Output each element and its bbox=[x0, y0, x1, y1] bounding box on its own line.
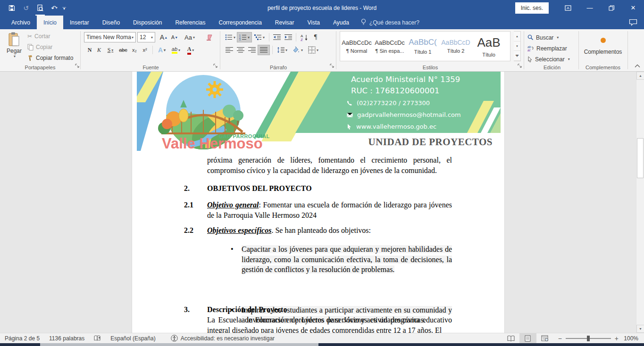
select-dropdown-icon[interactable]: ▾ bbox=[568, 57, 570, 61]
tell-me-box[interactable]: ¿Qué desea hacer? bbox=[356, 16, 424, 29]
style-heading1[interactable]: AaBbC( Título 1 bbox=[406, 32, 439, 61]
comments-icon[interactable] bbox=[629, 19, 637, 27]
read-mode-button[interactable] bbox=[502, 333, 519, 344]
paragraph-dialog-launcher-icon[interactable] bbox=[330, 63, 334, 69]
format-painter-button[interactable]: Copiar formato bbox=[27, 55, 73, 61]
undo-icon[interactable]: ↶▾ bbox=[48, 2, 60, 14]
document-page[interactable]: GAD PARROQUIAL Valle Hermoso Acuerdo Min… bbox=[132, 72, 505, 333]
text-effects-dropdown-icon[interactable]: ▾ bbox=[164, 48, 166, 52]
print-preview-icon[interactable] bbox=[34, 2, 46, 14]
zoom-slider[interactable] bbox=[566, 338, 611, 339]
bold-button[interactable]: N bbox=[85, 45, 94, 55]
multilevel-list-button[interactable]: ▾ bbox=[252, 32, 267, 42]
addins-button[interactable]: Complementos bbox=[580, 29, 626, 63]
highlight-dropdown-icon[interactable]: ▾ bbox=[178, 48, 180, 52]
tab-referencias[interactable]: Referencias bbox=[168, 16, 212, 29]
font-color-button[interactable]: A▾ bbox=[184, 45, 198, 55]
font-color-dropdown-icon[interactable]: ▾ bbox=[192, 48, 194, 52]
clear-format-button[interactable] bbox=[203, 32, 216, 42]
underline-dropdown-icon[interactable]: ▾ bbox=[111, 48, 113, 52]
align-center-button[interactable] bbox=[235, 45, 246, 55]
select-button[interactable]: Seleccionar ▾ bbox=[527, 54, 570, 64]
collapse-ribbon-icon[interactable] bbox=[635, 63, 640, 69]
proofing-status[interactable] bbox=[89, 335, 106, 341]
superscript-button[interactable]: x² bbox=[140, 45, 150, 55]
zoom-slider-thumb[interactable] bbox=[587, 336, 590, 341]
paste-button[interactable]: Pegar ▾ bbox=[4, 32, 25, 63]
styles-scroll-up-icon[interactable]: ▲ bbox=[514, 32, 520, 41]
scroll-down-icon[interactable]: ▼ bbox=[636, 325, 644, 333]
page-indicator[interactable]: Página 2 de 5 bbox=[0, 335, 44, 342]
tab-correspondencia[interactable]: Correspondencia bbox=[212, 16, 268, 29]
zoom-in-icon[interactable]: + bbox=[615, 335, 619, 342]
tab-diseno[interactable]: Diseño bbox=[96, 16, 126, 29]
paste-dropdown-icon[interactable]: ▾ bbox=[14, 54, 16, 58]
style-normal[interactable]: AaBbCcDc ¶ Normal bbox=[340, 32, 373, 61]
language-status[interactable]: Español (España) bbox=[106, 335, 160, 342]
font-family-combo[interactable]: Times New Roma ▾ bbox=[84, 32, 136, 42]
word-count[interactable]: 1136 palabras bbox=[44, 335, 89, 342]
scroll-up-icon[interactable]: ▲ bbox=[636, 72, 644, 80]
line-spacing-dropdown-icon[interactable]: ▾ bbox=[285, 48, 287, 52]
borders-dropdown-icon[interactable]: ▾ bbox=[317, 48, 318, 52]
tab-ayuda[interactable]: Ayuda bbox=[326, 16, 356, 29]
styles-scroll-down-icon[interactable]: ▼ bbox=[514, 41, 520, 51]
zoom-percentage[interactable]: 100% bbox=[623, 335, 644, 342]
align-left-button[interactable] bbox=[224, 45, 235, 55]
bullets-button[interactable]: ▾ bbox=[224, 32, 237, 42]
tab-archivo[interactable]: Archivo bbox=[5, 16, 37, 29]
shading-dropdown-icon[interactable]: ▾ bbox=[301, 48, 303, 52]
font-size-dropdown-icon[interactable]: ▾ bbox=[151, 35, 153, 40]
numbering-dropdown-icon[interactable]: ▾ bbox=[248, 35, 250, 40]
bullets-dropdown-icon[interactable]: ▾ bbox=[234, 35, 235, 40]
text-effects-button[interactable]: A▾ bbox=[155, 45, 168, 55]
accessibility-status[interactable]: Accesibilidad: es necesario investigar bbox=[166, 335, 279, 342]
shading-button[interactable]: ▾ bbox=[289, 45, 305, 55]
document-canvas[interactable]: GAD PARROQUIAL Valle Hermoso Acuerdo Min… bbox=[0, 72, 636, 333]
ribbon-display-options-icon[interactable] bbox=[557, 0, 579, 16]
font-size-combo[interactable]: 12 ▾ bbox=[137, 32, 155, 42]
sort-button[interactable]: AZ bbox=[298, 32, 310, 42]
numbering-button[interactable]: 123 ▾ bbox=[237, 32, 252, 42]
find-button[interactable]: Buscar ▾ bbox=[527, 33, 559, 42]
replace-button[interactable]: abac Reemplazar bbox=[527, 43, 567, 53]
sign-in-button[interactable]: Inic. ses. bbox=[515, 2, 549, 14]
change-case-button[interactable]: Aa▾ bbox=[182, 32, 198, 42]
find-dropdown-icon[interactable]: ▾ bbox=[557, 35, 559, 40]
scrollbar-thumb[interactable] bbox=[637, 138, 644, 178]
align-right-button[interactable] bbox=[246, 45, 258, 55]
styles-more-icon[interactable]: ▬▼ bbox=[514, 51, 520, 61]
line-spacing-button[interactable]: ▾ bbox=[275, 45, 289, 55]
vertical-scrollbar[interactable]: ▲ ▼ bbox=[636, 72, 644, 333]
qat-customize-icon[interactable]: —▾ bbox=[62, 6, 66, 10]
font-dialog-launcher-icon[interactable] bbox=[213, 63, 217, 69]
tab-inicio[interactable]: Inicio bbox=[37, 16, 63, 29]
underline-button[interactable]: S▾ bbox=[104, 45, 117, 55]
print-layout-button[interactable] bbox=[519, 333, 536, 344]
style-title[interactable]: AaB Título bbox=[472, 32, 505, 61]
multilevel-dropdown-icon[interactable]: ▾ bbox=[263, 35, 265, 40]
tab-insertar[interactable]: Insertar bbox=[63, 16, 96, 29]
borders-button[interactable]: ▾ bbox=[305, 45, 321, 55]
clipboard-dialog-launcher-icon[interactable] bbox=[75, 63, 79, 69]
style-no-spacing[interactable]: AaBbCcDc ¶ Sin espa... bbox=[373, 32, 406, 61]
decrease-indent-button[interactable] bbox=[271, 32, 283, 42]
style-heading2[interactable]: AaBbCcD Título 2 bbox=[439, 32, 472, 61]
web-layout-button[interactable] bbox=[536, 333, 553, 344]
show-marks-button[interactable]: ¶ bbox=[310, 32, 321, 42]
subscript-button[interactable]: x₂ bbox=[129, 45, 140, 55]
tab-vista[interactable]: Vista bbox=[301, 16, 326, 29]
grow-font-button[interactable]: A▲ bbox=[158, 32, 169, 42]
shrink-font-button[interactable]: A▼ bbox=[169, 32, 180, 42]
save-icon[interactable] bbox=[6, 2, 18, 14]
close-button[interactable]: ✕ bbox=[622, 0, 644, 16]
increase-indent-button[interactable] bbox=[283, 32, 294, 42]
italic-button[interactable]: K bbox=[94, 45, 104, 55]
tab-disposicion[interactable]: Disposición bbox=[126, 16, 168, 29]
styles-dialog-launcher-icon[interactable] bbox=[518, 63, 522, 69]
strikethrough-button[interactable]: abc bbox=[117, 45, 129, 55]
highlight-button[interactable]: ab▾ bbox=[168, 45, 184, 55]
font-family-dropdown-icon[interactable]: ▾ bbox=[132, 35, 134, 40]
tab-revisar[interactable]: Revisar bbox=[268, 16, 301, 29]
justify-button[interactable] bbox=[258, 45, 270, 55]
